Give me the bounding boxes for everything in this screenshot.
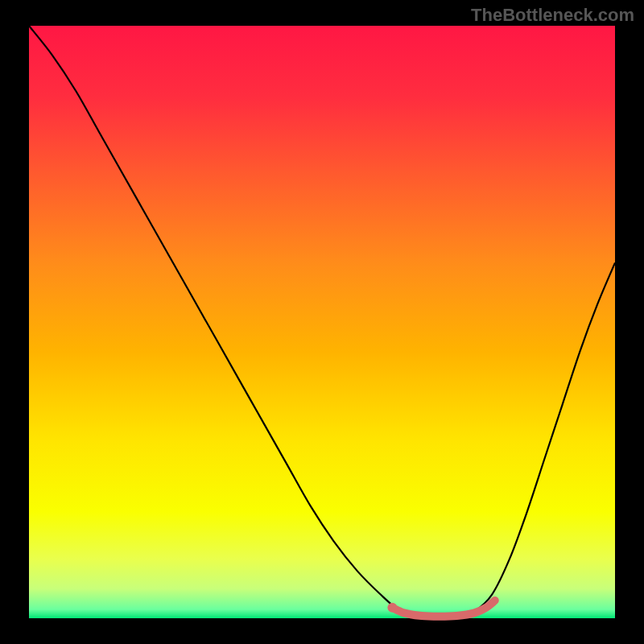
chart-background bbox=[29, 26, 615, 618]
chart-points-group bbox=[387, 603, 397, 613]
bottleneck-chart bbox=[0, 0, 644, 644]
optimal-start-dot bbox=[387, 603, 397, 613]
watermark-text: TheBottleneck.com bbox=[471, 5, 634, 26]
